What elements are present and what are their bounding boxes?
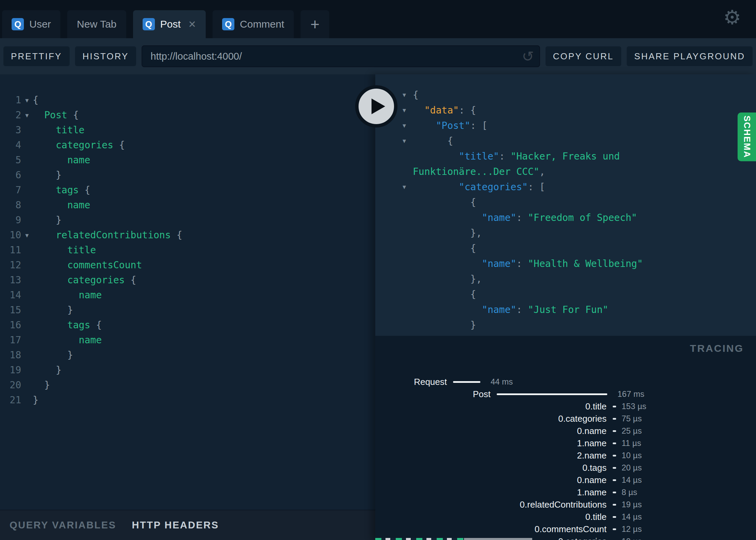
endpoint-url-input[interactable] <box>142 45 540 67</box>
tab-label: Post <box>160 18 181 30</box>
tracing-row: 0.commentsCount12 µs <box>375 524 642 535</box>
add-tab-button[interactable]: + <box>301 10 329 38</box>
tab-query-variables[interactable]: QUERY VARIABLES <box>10 520 116 531</box>
tracing-dash <box>613 455 616 456</box>
close-tab-icon[interactable]: ✕ <box>188 19 196 30</box>
tracing-dash <box>613 516 616 518</box>
main-area: 1▾{2▾ Post {3 title4 categories {5 name6… <box>0 74 756 540</box>
editor-line: 9 } <box>0 213 375 228</box>
editor-line: 11 title <box>0 243 375 258</box>
history-button[interactable]: HISTORY <box>75 46 136 66</box>
response-line: ▾ "Post": [ <box>375 118 756 133</box>
response-line: } <box>375 317 756 333</box>
fold-gutter <box>21 393 33 408</box>
response-pane: ▾{▾ "data": {▾ "Post": [▾ { "title": "Ha… <box>375 74 756 540</box>
tab-strip: QUserNew TabQPost✕QComment+ <box>2 10 329 38</box>
tracing-label: 0.title <box>375 512 607 522</box>
fold-gutter <box>21 333 33 348</box>
editor-line: 6 } <box>0 168 375 183</box>
editor-line: 17 name <box>0 333 375 348</box>
partial-scrollbar[interactable] <box>464 538 532 540</box>
tab-new-tab[interactable]: New Tab <box>67 10 126 38</box>
fold-gutter <box>21 363 33 378</box>
tracing-label: 0.title <box>375 401 607 412</box>
fold-arrow-icon[interactable]: ▾ <box>21 108 33 123</box>
tracing-dash <box>613 430 616 432</box>
response-viewer: ▾{▾ "data": {▾ "Post": [▾ { "title": "Ha… <box>375 74 756 336</box>
fold-gutter <box>21 318 33 333</box>
query-editor-pane[interactable]: 1▾{2▾ Post {3 title4 categories {5 name6… <box>0 74 375 540</box>
response-line: ▾ "categories": [ <box>375 179 756 195</box>
clipped-content-sliver <box>375 538 464 540</box>
schema-side-tab[interactable]: SCHEMA <box>738 112 756 161</box>
tab-http-headers[interactable]: HTTP HEADERS <box>132 520 219 531</box>
collapse-arrow-icon[interactable]: ▾ <box>403 118 413 133</box>
tracing-dash <box>613 492 616 493</box>
tracing-row: 1.name8 µs <box>375 487 637 498</box>
tracing-label: 1.name <box>375 438 607 449</box>
collapse-arrow-icon[interactable]: ▾ <box>403 179 413 195</box>
tracing-title: TRACING <box>690 343 744 354</box>
collapse-gutter <box>403 333 413 336</box>
line-number: 3 <box>0 123 21 138</box>
response-line: "title": "Hacker, Freaks und <box>375 149 756 164</box>
editor-bottom-bar: QUERY VARIABLES HTTP HEADERS <box>0 510 375 540</box>
tracing-row: 0.name25 µs <box>375 425 642 436</box>
tab-post[interactable]: QPost✕ <box>133 10 206 38</box>
query-badge: Q <box>143 18 155 30</box>
fold-gutter <box>21 258 33 273</box>
prettify-button[interactable]: PRETTIFY <box>3 46 70 66</box>
tracing-dash <box>613 442 616 444</box>
tracing-label: 0.name <box>375 475 607 485</box>
tab-label: User <box>29 18 51 30</box>
line-number: 19 <box>0 363 21 378</box>
editor-line: 5 name <box>0 153 375 168</box>
collapse-arrow-icon[interactable]: ▾ <box>403 103 413 118</box>
reload-schema-icon[interactable]: ↺ <box>522 48 534 65</box>
response-line: { <box>375 195 756 210</box>
line-number: 20 <box>0 378 21 393</box>
endpoint-url-wrap: ↺ <box>142 45 540 67</box>
tab-bar: QUserNew TabQPost✕QComment+ ⚙ <box>0 0 756 38</box>
copy-curl-button[interactable]: COPY CURL <box>546 46 621 66</box>
collapse-gutter <box>403 164 413 179</box>
share-playground-button[interactable]: SHARE PLAYGROUND <box>627 46 753 66</box>
line-number: 11 <box>0 243 21 258</box>
collapse-gutter <box>403 241 413 256</box>
line-number: 7 <box>0 183 21 198</box>
tracing-row: Request44 ms <box>375 376 513 387</box>
tracing-dash <box>613 528 616 530</box>
response-line: ▾ { <box>375 133 756 149</box>
query-editor[interactable]: 1▾{2▾ Post {3 title4 categories {5 name6… <box>0 74 375 408</box>
tracing-row: 2.name10 µs <box>375 450 642 461</box>
response-line: "name": "Just For Fun" <box>375 302 756 317</box>
editor-line: 7 tags { <box>0 183 375 198</box>
line-number: 18 <box>0 348 21 363</box>
editor-line: 12 commentsCount <box>0 258 375 273</box>
fold-arrow-icon[interactable]: ▾ <box>21 228 33 243</box>
tracing-dash <box>613 504 616 506</box>
query-badge: Q <box>222 18 234 30</box>
response-line: }, <box>375 225 756 241</box>
tab-comment[interactable]: QComment <box>213 10 294 38</box>
line-number: 5 <box>0 153 21 168</box>
line-number: 21 <box>0 393 21 408</box>
tracing-duration-bar <box>453 381 480 383</box>
fold-gutter <box>21 168 33 183</box>
line-number: 2 <box>0 108 21 123</box>
response-line: "name": "Health & Wellbeing" <box>375 256 756 271</box>
editor-line: 18 } <box>0 348 375 363</box>
settings-gear-icon[interactable]: ⚙ <box>723 7 741 27</box>
collapse-gutter <box>403 271 413 287</box>
tracing-row: 0.title153 µs <box>375 401 646 412</box>
collapse-arrow-icon[interactable]: ▾ <box>403 87 413 103</box>
fold-arrow-icon[interactable]: ▾ <box>21 93 33 108</box>
collapse-arrow-icon[interactable]: ▾ <box>403 133 413 149</box>
line-number: 8 <box>0 198 21 213</box>
tracing-label: 0.tags <box>375 463 607 473</box>
tracing-row: 0.categories75 µs <box>375 413 642 424</box>
line-number: 1 <box>0 93 21 108</box>
tracing-duration-value: 10 µs <box>622 537 642 540</box>
execute-query-play-button[interactable] <box>355 85 397 127</box>
tab-user[interactable]: QUser <box>2 10 60 38</box>
